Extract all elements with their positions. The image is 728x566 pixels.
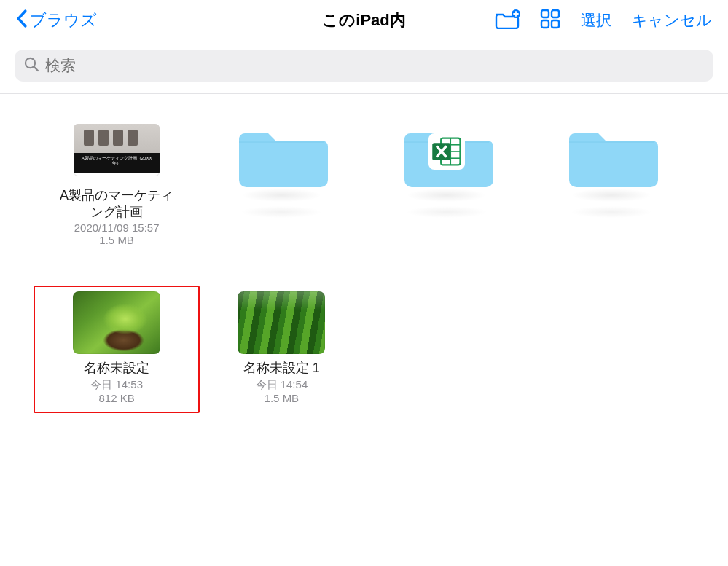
select-button[interactable]: 選択: [581, 10, 611, 31]
file-date: 2020/11/09 15:57: [74, 221, 160, 234]
svg-rect-4: [552, 20, 559, 28]
file-name: 名称未設定 1: [243, 360, 320, 377]
file-size: 1.5 MB: [99, 234, 134, 246]
chevron-left-icon: [16, 9, 27, 32]
search-bar-container: [0, 41, 728, 93]
cancel-button[interactable]: キャンセル: [632, 10, 712, 31]
back-button[interactable]: ブラウズ: [16, 9, 97, 32]
thumbnail-caption: A製品のマーケティング計画（20XX年）: [74, 153, 160, 173]
folder-item[interactable]: [203, 119, 360, 246]
folder-icon: [400, 119, 493, 190]
folder-icon: [565, 119, 658, 190]
search-input[interactable]: [39, 56, 705, 75]
file-size: 1.5 MB: [265, 392, 300, 404]
file-grid: A製品のマーケティング計画（20XX年） A製品のマーケティング計画 2020/…: [0, 94, 728, 404]
file-thumbnail: [73, 291, 160, 354]
file-item[interactable]: A製品のマーケティング計画（20XX年） A製品のマーケティング計画 2020/…: [38, 119, 195, 246]
svg-rect-2: [552, 10, 559, 17]
new-folder-button[interactable]: [495, 9, 520, 32]
back-label: ブラウズ: [30, 9, 97, 31]
file-name: A製品のマーケティング計画: [55, 187, 179, 220]
svg-line-6: [34, 67, 38, 71]
excel-icon: [428, 133, 465, 170]
search-field[interactable]: [15, 50, 713, 82]
file-thumbnail: [238, 291, 325, 354]
search-icon: [23, 56, 39, 75]
file-size: 812 KB: [99, 392, 135, 404]
file-date: 今日 14:53: [90, 378, 143, 392]
navigation-bar: ブラウズ このiPad内 選択 キャンセル: [0, 0, 728, 41]
svg-rect-3: [541, 20, 549, 28]
folder-item[interactable]: [533, 119, 690, 246]
file-thumbnail: A製品のマーケティング計画（20XX年）: [74, 124, 160, 176]
file-item[interactable]: 名称未設定 1 今日 14:54 1.5 MB: [203, 291, 360, 404]
file-item-selected[interactable]: 名称未設定 今日 14:53 812 KB: [34, 286, 200, 413]
folder-icon: [235, 119, 328, 190]
folder-name-blurred: [571, 206, 651, 218]
file-name: 名称未設定: [84, 360, 149, 377]
file-date: 今日 14:54: [256, 378, 308, 392]
view-grid-button[interactable]: [540, 9, 560, 32]
svg-rect-1: [541, 10, 549, 17]
folder-name-blurred: [407, 206, 487, 218]
folder-item[interactable]: [368, 119, 525, 246]
folder-name-blurred: [241, 206, 321, 218]
nav-actions: 選択 キャンセル: [495, 9, 712, 32]
